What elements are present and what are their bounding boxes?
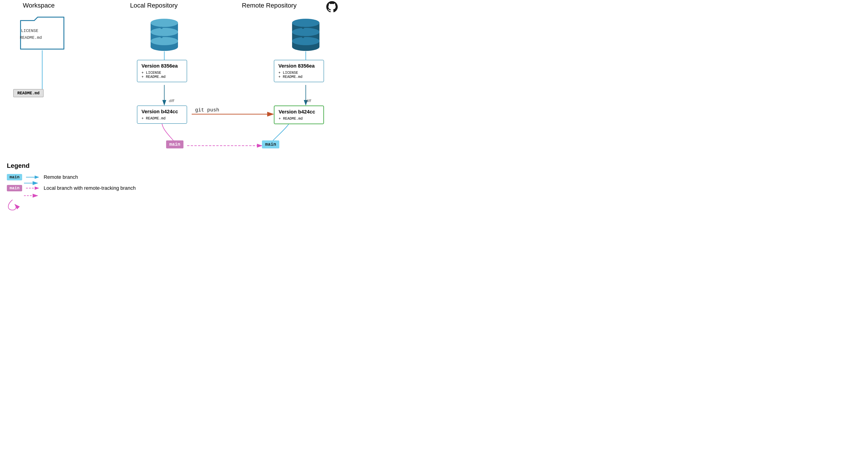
- svg-point-20: [151, 37, 178, 45]
- remote-version2-box: Version b424cc + README.md: [274, 106, 324, 124]
- remote-main-branch: main: [262, 141, 279, 148]
- remote-diff-label: diff: [306, 99, 311, 103]
- workspace-folder-icon: LICENSE README.md: [18, 12, 66, 52]
- local-db-icon: [148, 9, 180, 52]
- github-icon: [326, 1, 338, 13]
- remote-version2-title: Version b424cc: [279, 109, 319, 115]
- workspace-readme-box: README.md: [13, 89, 43, 97]
- remote-version1-file1: + LICENSE: [278, 71, 319, 75]
- legend-remote-branch-label: main: [7, 174, 22, 180]
- svg-point-25: [292, 19, 319, 27]
- legend-title: Legend: [7, 162, 136, 170]
- svg-text:LICENSE: LICENSE: [21, 29, 38, 33]
- legend-area: Legend main Remote branch main: [7, 162, 136, 191]
- svg-point-28: [302, 27, 304, 29]
- local-version1-file1: + LICENSE: [142, 71, 183, 75]
- svg-point-18: [151, 19, 178, 27]
- local-version1-title: Version 8356ea: [142, 63, 183, 69]
- svg-text:README.md: README.md: [20, 35, 42, 40]
- svg-point-19: [151, 28, 178, 36]
- local-version2-file1: + README.md: [142, 116, 183, 121]
- workspace-title: Workspace: [23, 2, 55, 9]
- local-version2-title: Version b424cc: [142, 109, 183, 115]
- diagram-container: Workspace LICENSE README.md README.md Lo…: [0, 0, 434, 237]
- legend-remote-description: Remote branch: [43, 174, 78, 180]
- remote-version1-title: Version 8356ea: [278, 63, 319, 69]
- local-version2-box: Version b424cc + README.md: [137, 106, 187, 124]
- remote-repo-title: Remote Repository: [242, 2, 297, 9]
- local-repo-title: Local Repository: [130, 2, 178, 9]
- local-version1-box: Version 8356ea + LICENSE + README.md: [137, 60, 187, 82]
- remote-db-icon: [290, 9, 322, 52]
- local-main-branch: main: [166, 141, 183, 148]
- svg-point-26: [292, 28, 319, 36]
- remote-version2-file1: + README.md: [279, 117, 319, 121]
- legend-item-local: main Local branch with remote-tracking b…: [7, 185, 136, 191]
- remote-version1-box: Version 8356ea + LICENSE + README.md: [274, 60, 324, 82]
- remote-version1-file2: + README.md: [278, 75, 319, 79]
- legend-item-remote: main Remote branch: [7, 174, 136, 180]
- svg-point-22: [160, 36, 163, 38]
- svg-point-29: [302, 36, 304, 38]
- legend-local-arrow-svg: [25, 186, 41, 190]
- legend-remote-arrow-svg: [25, 175, 41, 179]
- svg-point-21: [160, 27, 163, 29]
- git-push-label: git push: [195, 107, 219, 113]
- local-version1-file2: + README.md: [142, 75, 183, 79]
- legend-local-description: Local branch with remote-tracking branch: [43, 185, 136, 191]
- legend-local-branch-label: main: [7, 185, 22, 191]
- local-diff-label: diff: [169, 99, 174, 103]
- svg-point-27: [292, 37, 319, 45]
